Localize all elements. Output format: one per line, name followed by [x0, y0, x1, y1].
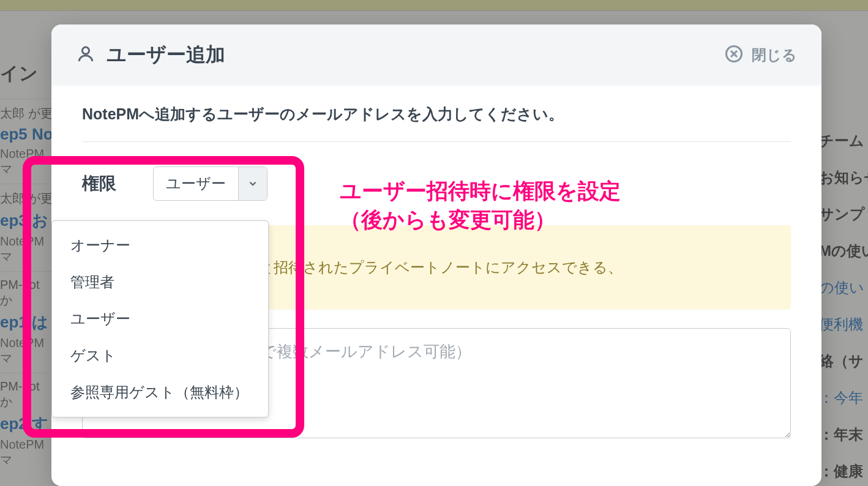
user-icon: [76, 44, 95, 66]
dropdown-option[interactable]: オーナー: [52, 227, 268, 264]
svg-point-0: [82, 47, 89, 54]
permission-select-value: ユーザー: [154, 167, 238, 200]
modal-body: NotePMへ追加するユーザーのメールアドレスを入力してください。 権限 ユーザ…: [51, 86, 821, 459]
permission-dropdown: オーナー管理者ユーザーゲスト参照専用ゲスト（無料枠）: [51, 220, 269, 417]
modal-title-wrap: ユーザー追加: [76, 42, 225, 69]
modal-header: ユーザー追加 閉じる: [51, 24, 821, 86]
close-button[interactable]: 閉じる: [725, 45, 797, 65]
chevron-down-icon: [238, 167, 267, 200]
dropdown-option[interactable]: ユーザー: [52, 301, 268, 337]
instruction-text: NotePMへ追加するユーザーのメールアドレスを入力してください。: [82, 104, 791, 124]
permission-row: 権限 ユーザー: [82, 166, 791, 201]
divider: [82, 141, 791, 142]
dropdown-option[interactable]: 管理者: [52, 264, 268, 301]
close-icon: [725, 45, 743, 65]
close-label: 閉じる: [752, 45, 797, 65]
modal-title: ユーザー追加: [107, 42, 225, 69]
dropdown-option[interactable]: 参照専用ゲスト（無料枠）: [52, 374, 268, 411]
permission-label: 権限: [82, 172, 116, 195]
dropdown-option[interactable]: ゲスト: [52, 337, 268, 374]
permission-select[interactable]: ユーザー: [153, 166, 268, 201]
add-user-modal: ユーザー追加 閉じる NotePMへ追加するユーザーのメールアドレスを入力してく…: [51, 24, 821, 486]
